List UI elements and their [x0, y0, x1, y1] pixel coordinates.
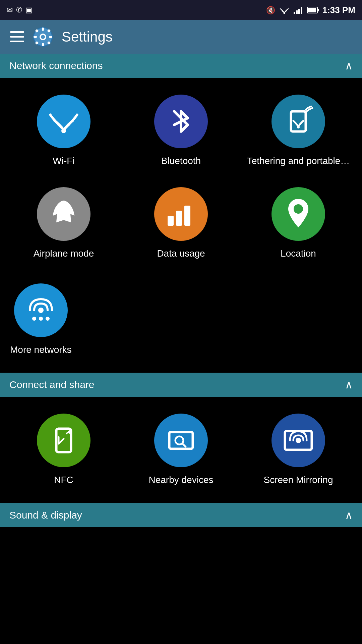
bluetooth-circle [154, 95, 208, 148]
tethering-circle [272, 95, 325, 148]
airplane-circle [37, 187, 90, 241]
airplane-item[interactable]: Airplane mode [7, 180, 121, 266]
app-title: Settings [62, 29, 113, 45]
app-bar: Settings [0, 20, 362, 54]
missed-call-icon: ✆ [16, 6, 22, 14]
network-connections-chevron: ∧ [345, 59, 353, 72]
svg-point-29 [294, 204, 303, 214]
svg-point-31 [32, 317, 36, 321]
location-icon [283, 196, 313, 232]
svg-point-30 [38, 308, 44, 313]
location-circle [272, 187, 325, 241]
status-time: 1:33 PM [322, 5, 355, 15]
more-networks-circle [14, 283, 68, 337]
nearby-devices-label: Nearby devices [149, 474, 214, 486]
screen-mirroring-icon [282, 424, 315, 457]
network-connections-title: Network connections [9, 60, 103, 71]
svg-point-25 [297, 126, 300, 128]
svg-rect-28 [184, 206, 190, 226]
wifi-status-icon [279, 5, 290, 15]
mute-icon: 🔇 [266, 5, 276, 15]
data-usage-icon [164, 197, 198, 231]
svg-rect-27 [176, 211, 182, 226]
svg-rect-15 [42, 28, 44, 31]
status-left-icons: ✉ ✆ ▣ [7, 6, 33, 14]
location-item[interactable]: Location [241, 180, 355, 266]
network-connections-header[interactable]: Network connections ∧ [0, 54, 362, 78]
svg-rect-8 [308, 8, 316, 12]
sound-display-header[interactable]: Sound & display ∧ [0, 503, 362, 527]
screen-mirroring-circle [272, 414, 325, 467]
location-label: Location [281, 248, 316, 260]
svg-rect-3 [296, 10, 298, 14]
bluetooth-item[interactable]: Bluetooth [124, 88, 238, 174]
data-usage-item[interactable]: Data usage [124, 180, 238, 266]
svg-rect-17 [34, 36, 37, 38]
battery-icon [307, 6, 319, 14]
airplane-label: Airplane mode [34, 248, 94, 260]
tethering-label: Tethering and portable… [247, 155, 350, 167]
svg-rect-10 [10, 36, 24, 38]
signal-icon [293, 5, 304, 15]
svg-point-32 [39, 317, 43, 321]
nearby-devices-circle [154, 414, 208, 467]
nfc-label: NFC [54, 474, 73, 486]
wifi-icon [49, 108, 79, 135]
screen-mirroring-item[interactable]: Screen Mirroring [241, 407, 355, 493]
nfc-circle [37, 414, 90, 467]
svg-rect-9 [10, 31, 24, 33]
wifi-circle [37, 95, 90, 148]
sound-display-title: Sound & display [9, 509, 82, 521]
svg-rect-16 [42, 43, 44, 46]
svg-rect-11 [10, 41, 24, 42]
connect-share-grid: NFC Nearby devices Screen [0, 397, 362, 503]
menu-button[interactable] [10, 31, 24, 43]
status-bar: ✉ ✆ ▣ 🔇 1:33 PM [0, 0, 362, 20]
svg-point-1 [283, 12, 285, 14]
svg-rect-18 [49, 36, 52, 38]
data-usage-circle [154, 187, 208, 241]
svg-point-23 [61, 128, 66, 133]
svg-point-40 [296, 438, 301, 443]
nearby-devices-item[interactable]: Nearby devices [124, 407, 238, 493]
wifi-item[interactable]: Wi-Fi [7, 88, 121, 174]
svg-rect-4 [298, 9, 300, 14]
svg-point-33 [46, 317, 50, 321]
image-icon: ▣ [25, 6, 33, 14]
svg-rect-2 [294, 12, 295, 14]
tethering-icon [282, 105, 315, 138]
svg-rect-5 [301, 7, 302, 14]
tethering-item[interactable]: Tethering and portable… [241, 88, 355, 174]
bluetooth-label: Bluetooth [161, 155, 201, 167]
nfc-item[interactable]: NFC [7, 407, 121, 493]
svg-rect-36 [169, 432, 193, 449]
svg-point-14 [41, 35, 45, 39]
bluetooth-icon [169, 105, 193, 138]
more-networks-label: More networks [10, 344, 72, 356]
connect-share-header[interactable]: Connect and share ∧ [0, 373, 362, 397]
wifi-label: Wi-Fi [53, 155, 74, 167]
svg-rect-7 [317, 9, 319, 11]
svg-line-38 [182, 443, 186, 447]
screen-mirroring-label: Screen Mirroring [264, 474, 333, 486]
airplane-icon [47, 197, 80, 231]
settings-gear-icon [32, 26, 54, 48]
svg-rect-26 [168, 216, 174, 226]
more-networks-item[interactable]: More networks [7, 277, 75, 363]
nfc-icon [47, 424, 80, 457]
more-networks-row: More networks [0, 277, 362, 373]
status-right-icons: 🔇 1:33 PM [266, 5, 355, 15]
data-usage-label: Data usage [157, 248, 205, 260]
svg-text:🔇: 🔇 [266, 6, 276, 15]
nearby-devices-icon [164, 424, 198, 457]
more-networks-icon [22, 292, 59, 329]
sound-display-chevron: ∧ [345, 509, 353, 522]
email-icon: ✉ [7, 6, 13, 14]
network-connections-grid: Wi-Fi Bluetooth [0, 78, 362, 277]
connect-share-chevron: ∧ [345, 378, 353, 391]
connect-share-title: Connect and share [9, 379, 95, 390]
